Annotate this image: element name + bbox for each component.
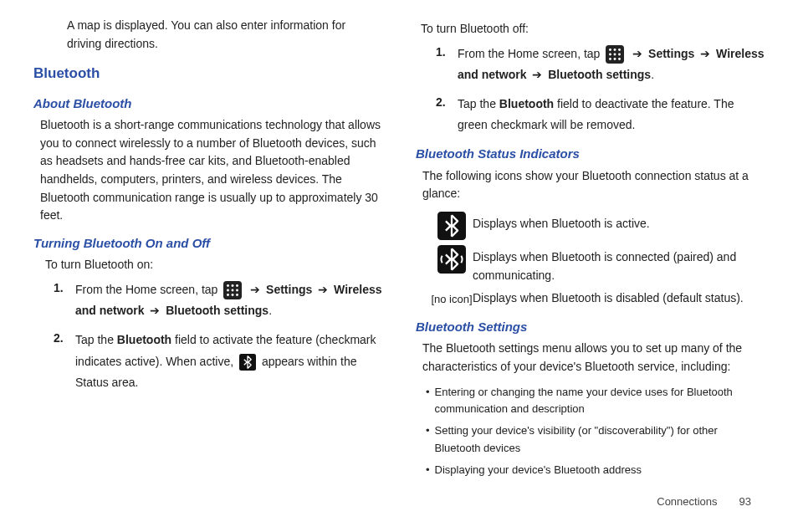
text-fragment: From the Home screen, tap	[75, 283, 217, 296]
list-item: 2. Tap the Bluetooth field to deactivate…	[436, 94, 765, 136]
heading-bluetooth: Bluetooth	[33, 63, 382, 84]
bold-bluetooth-settings: Bluetooth settings	[166, 304, 269, 317]
table-row: Displays when Bluetooth is connected (pa…	[431, 245, 765, 284]
status-icon-cell	[431, 212, 473, 240]
status-table: Displays when Bluetooth is active. Displ…	[431, 212, 765, 309]
heading-bluetooth-settings: Bluetooth Settings	[416, 317, 765, 336]
step-number: 1.	[436, 43, 458, 85]
bluetooth-connected-icon	[437, 245, 466, 274]
step-number: 2.	[436, 94, 458, 136]
footer-section: Connections	[657, 494, 717, 510]
status-icon-cell	[431, 245, 473, 274]
svg-point-14	[618, 49, 621, 51]
footer-page-number: 93	[739, 494, 751, 510]
svg-point-13	[614, 49, 616, 51]
bold-settings: Settings	[266, 283, 312, 296]
svg-point-6	[236, 289, 238, 292]
left-column: A map is displayed. You can also enter i…	[33, 17, 382, 502]
svg-point-8	[232, 294, 234, 296]
svg-point-2	[232, 284, 234, 287]
text-fragment: .	[651, 68, 654, 81]
heading-turning-on-off: Turning Bluetooth On and Off	[33, 233, 382, 253]
no-icon-label: [no icon]	[431, 289, 473, 308]
text-fragment: Tap the	[458, 97, 499, 110]
svg-point-15	[609, 54, 611, 56]
bullet-text: Entering or changing the name your devic…	[435, 384, 765, 417]
status-description: Displays when Bluetooth is active.	[473, 212, 765, 233]
text-fragment: From the Home screen, tap	[458, 47, 600, 60]
bluetooth-active-icon	[437, 212, 466, 240]
list-item: Displaying your device's Bluetooth addre…	[426, 462, 765, 478]
step-text: From the Home screen, tap ➔ Settings ➔ W…	[458, 43, 765, 85]
arrow-icon: ➔	[250, 283, 260, 296]
heading-status-indicators: Bluetooth Status Indicators	[416, 144, 765, 163]
svg-point-16	[614, 54, 616, 56]
step-number: 2.	[54, 330, 75, 393]
list-item: 1. From the Home screen, tap ➔ Settings …	[436, 43, 765, 85]
about-bluetooth-text: Bluetooth is a short-range communication…	[40, 116, 382, 225]
apps-grid-icon	[223, 281, 242, 299]
apps-grid-icon	[606, 45, 624, 64]
right-column: To turn Bluetooth off: 1. From the Home …	[416, 17, 765, 502]
turn-off-lead: To turn Bluetooth off:	[421, 20, 765, 38]
step-number: 1.	[54, 279, 75, 321]
list-item: 2. Tap the Bluetooth field to activate t…	[54, 330, 382, 393]
bullet-text: Setting your device's visibility (or "di…	[435, 422, 765, 456]
svg-point-3	[236, 284, 238, 287]
settings-bullets: Entering or changing the name your devic…	[426, 384, 765, 478]
svg-point-18	[609, 58, 611, 60]
bold-settings: Settings	[648, 47, 694, 60]
turn-on-lead: To turn Bluetooth on:	[45, 256, 382, 274]
page-footer: Connections 93	[0, 494, 798, 510]
svg-point-19	[614, 58, 616, 60]
svg-point-17	[618, 54, 621, 56]
heading-about-bluetooth: About Bluetooth	[33, 94, 382, 113]
list-item: Setting your device's visibility (or "di…	[426, 422, 765, 456]
arrow-icon: ➔	[632, 47, 642, 60]
bold-bluetooth: Bluetooth	[117, 333, 171, 346]
svg-point-7	[227, 294, 229, 296]
step-text: Tap the Bluetooth field to activate the …	[75, 330, 382, 393]
list-item: Entering or changing the name your devic…	[426, 384, 765, 417]
svg-point-9	[236, 294, 238, 296]
bluetooth-settings-text: The Bluetooth settings menu allows you t…	[422, 340, 765, 376]
arrow-icon: ➔	[150, 304, 160, 317]
list-item: 1. From the Home screen, tap ➔ Settings …	[54, 279, 382, 321]
bluetooth-icon	[239, 354, 256, 371]
svg-point-12	[609, 49, 611, 51]
text-fragment: .	[269, 304, 272, 317]
page-content: A map is displayed. You can also enter i…	[0, 0, 798, 502]
bold-bluetooth: Bluetooth	[499, 97, 554, 110]
table-row: Displays when Bluetooth is active.	[431, 212, 765, 240]
arrow-icon: ➔	[532, 68, 542, 81]
continuation-text: A map is displayed. You can also enter i…	[67, 17, 382, 53]
turn-on-steps: 1. From the Home screen, tap ➔ Settings …	[54, 279, 382, 393]
step-text: From the Home screen, tap ➔ Settings ➔ W…	[75, 279, 382, 321]
svg-point-5	[232, 289, 234, 292]
table-row: [no icon] Displays when Bluetooth is dis…	[431, 289, 765, 308]
svg-point-20	[618, 58, 621, 60]
text-fragment: Tap the	[75, 333, 117, 346]
bold-bluetooth-settings: Bluetooth settings	[548, 68, 651, 81]
status-description: Displays when Bluetooth is connected (pa…	[473, 245, 765, 284]
status-description: Displays when Bluetooth is disabled (def…	[473, 289, 765, 308]
turn-off-steps: 1. From the Home screen, tap ➔ Settings …	[436, 43, 765, 136]
arrow-icon: ➔	[318, 283, 328, 296]
svg-point-1	[227, 284, 229, 287]
svg-point-4	[227, 289, 229, 292]
status-indicators-text: The following icons show your Bluetooth …	[422, 167, 765, 203]
bullet-text: Displaying your device's Bluetooth addre…	[435, 462, 642, 478]
step-text: Tap the Bluetooth field to deactivate th…	[458, 94, 765, 136]
arrow-icon: ➔	[700, 47, 710, 60]
